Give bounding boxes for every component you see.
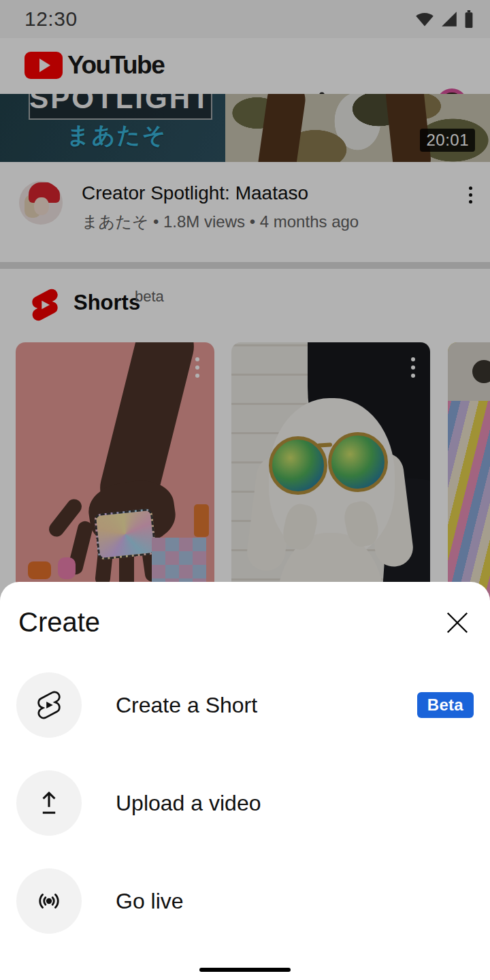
menu-item-create-a-short[interactable]: Create a Short Beta (0, 672, 490, 738)
gesture-navigation-bar[interactable] (199, 968, 291, 972)
close-icon[interactable] (444, 610, 470, 636)
shorts-outline-icon (16, 672, 82, 738)
create-bottom-sheet: Create Create a Short Beta Upload a vide… (0, 582, 490, 980)
sheet-title: Create (18, 607, 100, 638)
beta-badge: Beta (417, 692, 474, 718)
menu-item-label: Create a Short (116, 693, 257, 718)
menu-item-label: Upload a video (116, 791, 261, 816)
menu-item-upload-a-video[interactable]: Upload a video (0, 770, 490, 836)
youtube-app-screen: 12:30 YouTube (0, 0, 490, 980)
upload-icon (16, 770, 82, 836)
menu-item-go-live[interactable]: Go live (0, 868, 490, 934)
go-live-icon (16, 868, 82, 934)
menu-item-label: Go live (116, 889, 184, 914)
